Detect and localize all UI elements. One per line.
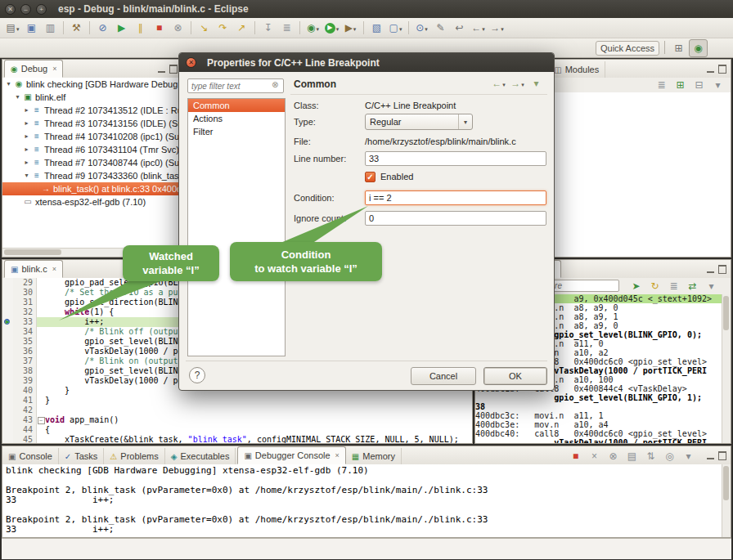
last-edit-location-icon[interactable]: ↩: [451, 20, 468, 36]
dialog-nav-item-filter[interactable]: Filter: [188, 125, 285, 138]
breakpoint-marker[interactable]: ▶: [2, 317, 13, 327]
disassembly-line[interactable]: 400dbc3c: movi.n a11, 1: [475, 411, 722, 420]
chevron-down-icon[interactable]: ▾: [458, 114, 472, 129]
line-number[interactable]: 37: [13, 356, 37, 366]
maximize-icon[interactable]: [718, 451, 726, 460]
window-close-button[interactable]: ✕: [5, 4, 16, 15]
tree-expander[interactable]: [22, 130, 31, 143]
maximize-icon[interactable]: [169, 65, 178, 74]
line-number[interactable]: 41: [13, 396, 37, 405]
tab-memory[interactable]: ▦Memory: [346, 448, 402, 464]
add-register-group-icon[interactable]: ⊞: [672, 77, 689, 93]
view-menu-icon[interactable]: ▾: [709, 77, 726, 93]
sync-selection-icon[interactable]: ⇄: [684, 278, 701, 294]
clear-console-icon[interactable]: ▤: [623, 448, 641, 464]
scrollbar-thumb[interactable]: [723, 296, 729, 330]
tab-close-icon[interactable]: ×: [52, 265, 56, 273]
scrollbar-thumb[interactable]: [4, 249, 61, 255]
tab-tasks[interactable]: ✓Tasks: [59, 448, 105, 464]
refresh-icon[interactable]: ↻: [646, 278, 663, 294]
collapse-icon[interactable]: –: [38, 417, 45, 424]
step-into-icon[interactable]: ↘: [196, 20, 213, 36]
disassembly-line[interactable]: 400dbc40: call8 0x400dc6c0 <gpio_set_lev…: [475, 429, 722, 438]
drop-to-frame-icon[interactable]: ↧: [259, 20, 277, 36]
line-number-input[interactable]: [365, 151, 546, 166]
new-c-file-icon[interactable]: ▢: [387, 20, 404, 36]
vertical-scrollbar[interactable]: [722, 464, 731, 537]
new-wizard-icon[interactable]: ▤: [4, 20, 21, 36]
build-icon[interactable]: ⚒: [68, 20, 85, 36]
step-return-icon[interactable]: ↗: [233, 20, 250, 36]
debug-tree-item[interactable]: ≡Thread #9 1073433360 (blink_task: [2, 169, 182, 182]
forward-icon[interactable]: →: [509, 75, 526, 92]
editor-line[interactable]: 43–void app_main(): [2, 415, 472, 425]
tab-console[interactable]: ▣Console: [2, 448, 59, 464]
search-icon[interactable]: ⊙: [413, 20, 430, 36]
tree-expander[interactable]: [22, 104, 31, 117]
debug-tree-item[interactable]: →blink_task() at blink.c:33 0x400db: [2, 182, 182, 195]
tree-expander[interactable]: [22, 117, 31, 130]
debug-icon[interactable]: ◉: [304, 20, 322, 36]
mark-occurrences-icon[interactable]: ✎: [432, 20, 449, 36]
remove-register-group-icon[interactable]: ⊟: [690, 77, 708, 93]
open-perspective-icon[interactable]: ⊞: [670, 40, 687, 56]
external-tools-icon[interactable]: ▶: [342, 20, 359, 36]
window-maximize-button[interactable]: +: [36, 4, 47, 15]
fold-marker-icon[interactable]: –: [37, 415, 45, 425]
line-number[interactable]: 45: [13, 435, 37, 443]
line-number[interactable]: 39: [13, 376, 37, 386]
tab-problems[interactable]: ⚠Problems: [104, 448, 164, 464]
debug-tree-item[interactable]: ≡Thread #2 1073413512 (IDLE : Runn: [2, 104, 182, 117]
line-number[interactable]: 35: [13, 337, 37, 347]
view-menu-icon[interactable]: ▾: [528, 75, 545, 92]
debug-tree-item[interactable]: ▭xtensa-esp32-elf-gdb (7.10): [2, 195, 182, 208]
disassembly-line[interactable]: vTaskDelay(1000 / portTICK_PERI: [475, 438, 722, 443]
quick-access-button[interactable]: Quick Access: [596, 41, 659, 56]
debug-tree-item[interactable]: ≡Thread #7 1073408744 (ipc0) (Susp: [2, 156, 182, 169]
tree-expander[interactable]: [4, 78, 13, 91]
view-menu-icon[interactable]: ▾: [703, 278, 720, 294]
dialog-close-button[interactable]: ✕: [186, 57, 196, 68]
debug-tree-item[interactable]: ≡Thread #3 1073413156 (IDLE) (Susp: [2, 117, 182, 130]
debug-tree-item[interactable]: ≡Thread #6 1073431104 (Tmr Svc) (S: [2, 143, 182, 156]
instruction-stepping-icon[interactable]: ≣: [278, 20, 295, 36]
debug-perspective-icon[interactable]: ◉: [689, 39, 708, 57]
show-source-icon[interactable]: ≣: [665, 278, 682, 294]
line-number[interactable]: 44: [13, 425, 37, 435]
line-number[interactable]: 38: [13, 366, 37, 376]
window-minimize-button[interactable]: –: [20, 4, 31, 15]
back-icon[interactable]: ←: [490, 75, 507, 92]
back-icon[interactable]: ←: [470, 20, 487, 36]
editor-line[interactable]: 44{: [2, 425, 472, 435]
pin-console-icon[interactable]: ◎: [661, 448, 678, 464]
goto-pc-icon[interactable]: ➤: [627, 278, 645, 294]
run-icon[interactable]: ▶: [323, 20, 340, 36]
scroll-lock-icon[interactable]: ⇅: [642, 448, 659, 464]
tab-close-icon[interactable]: ×: [52, 65, 56, 73]
ok-button[interactable]: OK: [483, 367, 547, 385]
resume-icon[interactable]: ▶: [113, 20, 130, 36]
forward-icon[interactable]: →: [488, 20, 506, 36]
minimize-icon[interactable]: [158, 65, 165, 73]
cancel-button[interactable]: Cancel: [411, 367, 476, 385]
window-titlebar[interactable]: ✕ – + esp - Debug - blink/main/blink.c -…: [0, 0, 733, 18]
line-number[interactable]: 31: [13, 298, 37, 307]
enabled-checkbox[interactable]: ✓: [365, 172, 375, 182]
help-button[interactable]: ?: [189, 367, 205, 383]
show-columns-icon[interactable]: ≣: [653, 77, 670, 93]
dialog-nav-item-actions[interactable]: Actions: [188, 112, 285, 125]
debug-tree-item[interactable]: ≡Thread #4 1073410208 (ipc1) (Susp: [2, 130, 182, 143]
line-number[interactable]: 43: [13, 415, 37, 425]
maximize-icon[interactable]: [718, 265, 726, 274]
filter-input[interactable]: [187, 78, 284, 93]
tree-expander[interactable]: [22, 143, 31, 156]
suspend-icon[interactable]: ∥: [132, 20, 149, 36]
editor-line[interactable]: 41}: [2, 396, 472, 405]
disconnect-icon[interactable]: ⊗: [169, 20, 187, 36]
remove-all-terminated-icon[interactable]: ⊗: [605, 448, 622, 464]
maximize-icon[interactable]: [718, 65, 726, 74]
line-number[interactable]: 32: [13, 307, 37, 317]
print-icon[interactable]: ▥: [42, 20, 59, 36]
tab-debugger-console[interactable]: ▣Debugger Console×: [237, 446, 345, 464]
tab-debug[interactable]: ◉ Debug ×: [4, 60, 63, 78]
